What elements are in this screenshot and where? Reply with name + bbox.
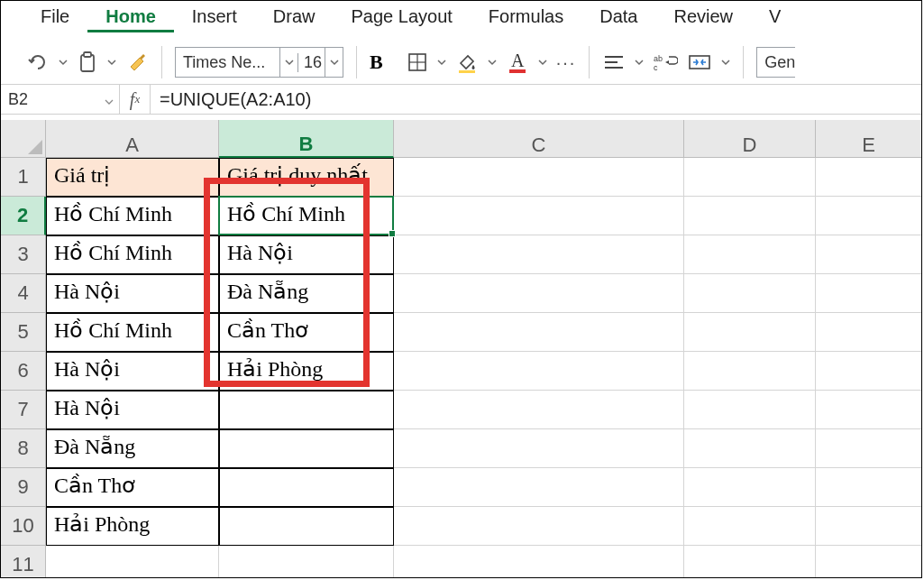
menu-view-cut[interactable]: V [751, 3, 799, 32]
cell-D11[interactable] [684, 546, 816, 577]
cell-E1[interactable] [816, 158, 921, 197]
cell-D8[interactable] [684, 429, 816, 468]
cell-A7[interactable]: Hà Nội [46, 391, 219, 429]
cell-A11[interactable] [46, 546, 219, 577]
font-size-caret-icon[interactable] [325, 48, 343, 77]
cell-D2[interactable] [684, 197, 816, 235]
menu-review[interactable]: Review [655, 3, 751, 32]
borders-caret-icon[interactable] [437, 59, 446, 66]
cell-E10[interactable] [816, 507, 921, 546]
cell-C10[interactable] [394, 507, 684, 546]
row-header-2[interactable]: 2 [1, 197, 46, 235]
col-header-C[interactable]: C [394, 120, 684, 158]
row-header-10[interactable]: 10 [1, 507, 46, 546]
cell-E7[interactable] [816, 391, 921, 429]
cell-A4[interactable]: Hà Nội [46, 274, 219, 313]
cell-D7[interactable] [684, 391, 816, 429]
cell-D9[interactable] [684, 468, 816, 507]
row-header-3[interactable]: 3 [1, 235, 46, 274]
cell-B8[interactable] [219, 429, 394, 468]
col-header-B[interactable]: B [219, 120, 394, 158]
formula-input[interactable]: =UNIQUE(A2:A10) [151, 85, 921, 114]
cell-A10[interactable]: Hải Phòng [46, 507, 219, 546]
cell-D1[interactable] [684, 158, 816, 197]
cell-C3[interactable] [394, 235, 684, 274]
cell-E11[interactable] [816, 546, 921, 577]
menu-file[interactable]: File [23, 3, 87, 32]
name-box[interactable]: B2 [1, 85, 120, 114]
cell-B11[interactable] [219, 546, 394, 577]
row-header-11[interactable]: 11 [1, 546, 46, 577]
cell-C6[interactable] [394, 352, 684, 391]
cell-C4[interactable] [394, 274, 684, 313]
col-header-E[interactable]: E [816, 120, 921, 158]
cell-C2[interactable] [394, 197, 684, 235]
row-header-1[interactable]: 1 [1, 158, 46, 197]
col-header-D[interactable]: D [684, 120, 816, 158]
undo-caret-icon[interactable] [59, 59, 68, 66]
cell-C5[interactable] [394, 313, 684, 352]
font-name-caret-icon[interactable] [279, 48, 297, 77]
menu-page-layout[interactable]: Page Layout [334, 3, 471, 32]
cell-A5[interactable]: Hồ Chí Minh [46, 313, 219, 352]
font-color-button[interactable]: A [506, 51, 529, 74]
cell-A2[interactable]: Hồ Chí Minh [46, 197, 219, 235]
cell-A1[interactable]: Giá trị [46, 158, 219, 197]
menu-insert[interactable]: Insert [174, 3, 255, 32]
clipboard-caret-icon[interactable] [107, 59, 116, 66]
cell-E4[interactable] [816, 274, 921, 313]
cell-B9[interactable] [219, 468, 394, 507]
name-box-caret-icon[interactable] [105, 91, 114, 110]
fill-color-button[interactable] [455, 51, 479, 74]
undo-button[interactable] [26, 51, 50, 73]
cell-A3[interactable]: Hồ Chí Minh [46, 235, 219, 274]
cell-A6[interactable]: Hà Nội [46, 352, 219, 391]
align-button[interactable] [602, 52, 626, 72]
row-header-4[interactable]: 4 [1, 274, 46, 313]
cell-C1[interactable] [394, 158, 684, 197]
cell-E5[interactable] [816, 313, 921, 352]
menu-home[interactable]: Home [87, 3, 174, 32]
merge-caret-icon[interactable] [721, 59, 730, 66]
more-font-button[interactable]: ··· [556, 52, 577, 73]
cell-E3[interactable] [816, 235, 921, 274]
number-format-select[interactable]: Gen [756, 47, 795, 78]
cell-D3[interactable] [684, 235, 816, 274]
cell-D10[interactable] [684, 507, 816, 546]
merge-button[interactable] [687, 51, 712, 73]
spreadsheet-grid[interactable]: ABCDE 1234567891011 Giá trịGiá trị duy n… [1, 120, 921, 577]
cell-E2[interactable] [816, 197, 921, 235]
row-header-5[interactable]: 5 [1, 313, 46, 352]
menu-data[interactable]: Data [581, 3, 655, 32]
bold-button[interactable]: B [370, 51, 383, 74]
cell-B6[interactable]: Hải Phòng [219, 352, 394, 391]
cell-E9[interactable] [816, 468, 921, 507]
wrap-text-icon[interactable]: abc [653, 51, 678, 73]
row-header-6[interactable]: 6 [1, 352, 46, 391]
cell-B1[interactable]: Giá trị duy nhất [219, 158, 394, 197]
cell-C8[interactable] [394, 429, 684, 468]
cell-B3[interactable]: Hà Nội [219, 235, 394, 274]
cell-A8[interactable]: Đà Nẵng [46, 429, 219, 468]
cell-E8[interactable] [816, 429, 921, 468]
cell-B5[interactable]: Cần Thơ [219, 313, 394, 352]
cell-E6[interactable] [816, 352, 921, 391]
cell-B2[interactable]: Hồ Chí Minh [219, 197, 394, 235]
format-painter-button[interactable] [125, 51, 149, 74]
font-size-value[interactable]: 16 [297, 53, 325, 72]
cell-C7[interactable] [394, 391, 684, 429]
select-all-corner[interactable] [1, 120, 46, 158]
menu-draw[interactable]: Draw [255, 3, 334, 32]
row-header-8[interactable]: 8 [1, 429, 46, 468]
col-header-A[interactable]: A [46, 120, 219, 158]
fx-icon[interactable]: fx [120, 85, 151, 114]
font-color-caret-icon[interactable] [538, 59, 547, 66]
row-header-9[interactable]: 9 [1, 468, 46, 507]
cell-D6[interactable] [684, 352, 816, 391]
clipboard-button[interactable] [77, 51, 98, 74]
row-header-7[interactable]: 7 [1, 391, 46, 429]
cell-B4[interactable]: Đà Nẵng [219, 274, 394, 313]
borders-button[interactable] [407, 51, 428, 73]
cell-A9[interactable]: Cần Thơ [46, 468, 219, 507]
cell-B7[interactable] [219, 391, 394, 429]
